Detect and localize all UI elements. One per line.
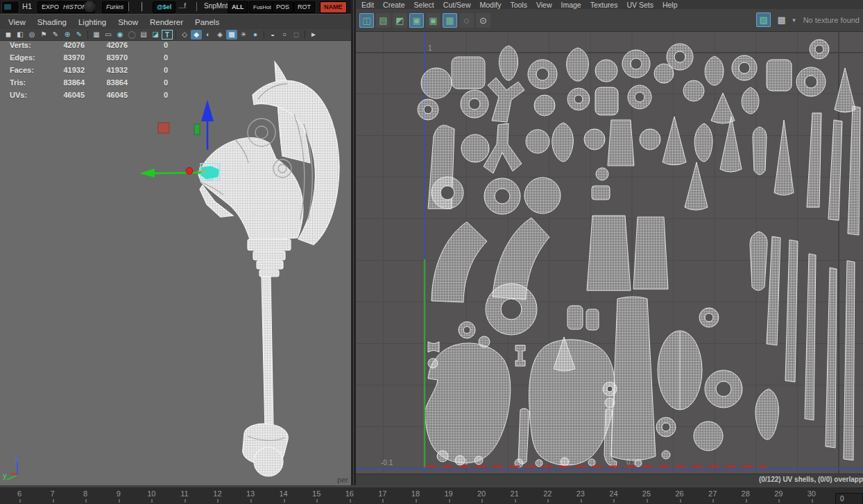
frame-tick[interactable]: 13 [237,489,264,498]
frame-tick[interactable]: 22 [533,489,561,498]
brush-icon[interactable]: ✎ [74,30,85,40]
uv-menu-edit[interactable]: Edit [361,1,374,9]
menu-renderer[interactable]: Renderer [150,18,183,26]
menu-shading[interactable]: Shading [37,18,67,26]
pencil-icon[interactable]: ✎ [50,30,61,40]
frame-tick[interactable]: 21 [501,489,529,498]
frame-tick[interactable]: 23 [567,489,595,498]
current-frame-field[interactable]: 0 [835,493,863,504]
camera-lock-icon[interactable]: ◧ [15,30,26,40]
uv-menu-select[interactable]: Select [414,1,434,9]
uv-menu-create[interactable]: Create [383,1,405,9]
textured-icon[interactable]: ◐ [203,30,214,40]
shelf-item-h1[interactable]: H1 [22,2,32,10]
shadows-icon[interactable]: ● [250,30,261,40]
frame-tick[interactable]: 6 [6,489,33,498]
frame-tick[interactable]: 29 [764,489,792,498]
menu-panels[interactable]: Panels [195,18,219,26]
menu-view[interactable]: View [8,18,26,26]
shelf-tab-icon[interactable] [1,1,19,14]
shelf-button-rot[interactable]: ROT [293,1,315,13]
gate-mask-icon[interactable]: ◯ [126,30,137,40]
viewport-canvas[interactable]: Verts: 42076 42076 0 Edges: 83970 83970 … [0,41,351,486]
menu-show[interactable]: Show [118,18,138,26]
uv-distortion-icon[interactable]: ◩ [393,13,407,28]
uv-image-display-icon[interactable]: ▨ [756,12,771,27]
frame-tick[interactable]: 7 [39,489,67,498]
uv-checker-icon[interactable]: ▩ [774,12,789,27]
uv-menu-image[interactable]: Image [561,1,581,9]
uv-border-display-icon[interactable]: ▣ [409,13,424,28]
shelf-item-snpmnt[interactable]: SnpMnt [204,2,228,10]
shelf-button-furies[interactable]: Furies [102,1,128,13]
manip-y-arrowhead[interactable] [201,100,214,121]
manip-x-arrowhead[interactable] [139,168,155,177]
frame-tick[interactable]: 24 [599,489,627,498]
uv-menu-tools[interactable]: Tools [510,1,527,9]
uv-menu-textures[interactable]: Textures [590,1,618,9]
shelf-button-name[interactable]: NAME [320,1,347,13]
frame-tick[interactable]: 16 [336,489,364,498]
wireframe-icon[interactable]: ◇ [179,30,190,40]
camera-attributes-icon[interactable]: ◎ [26,30,37,40]
smooth-shade-icon[interactable]: ◆ [191,30,202,40]
uv-menu-uvsets[interactable]: UV Sets [626,1,653,9]
time-slider[interactable]: 6 7 8 9 10 11 12 13 14 15 16 17 18 19 20… [0,485,863,504]
bookmark-icon[interactable]: ⚑ [38,30,49,40]
manip-x-axis[interactable] [154,173,201,173]
move-manipulator[interactable] [139,100,221,180]
texture-placement-icon[interactable]: T [162,30,173,40]
shelf-button-sel[interactable]: @$el [153,1,176,13]
frame-tick[interactable]: 26 [666,489,694,498]
frame-tick[interactable]: 15 [302,489,330,498]
chevron-down-icon[interactable]: ▾ [792,17,796,24]
checkered-icon[interactable]: ▩ [226,30,237,40]
motion-blur-icon[interactable]: ○ [279,30,290,40]
resolution-gate-icon[interactable]: ◉ [114,30,126,40]
panel-splitter[interactable] [351,0,356,485]
frame-tick[interactable]: 27 [699,489,726,498]
frame-tick[interactable]: 25 [633,489,660,498]
menu-lighting[interactable]: Lighting [78,18,106,26]
camera-icon[interactable]: ◼ [3,30,14,40]
uv-menu-view[interactable]: View [536,1,552,9]
uv-tile-view-icon[interactable]: ◫ [359,13,374,28]
shelf-item-dotf[interactable]: ...f [178,2,186,10]
uv-menu-modify[interactable]: Modify [479,1,501,9]
uv-menu-cutsew[interactable]: Cut/Sew [443,1,471,9]
frame-tick[interactable]: 30 [798,489,826,498]
hud-row: Edges: 83970 83970 0 [0,53,180,66]
frame-tick[interactable]: 19 [435,489,463,498]
frame-tick[interactable]: 8 [71,489,99,498]
film-gate-icon[interactable]: ▭ [103,30,114,40]
select-region-icon[interactable]: ⊕ [62,30,73,40]
shelf-button-circle[interactable] [80,0,99,13]
shelf-button-all[interactable]: ALL [228,1,248,13]
uv-canvas[interactable]: 1 -0.1 0.1 0.5 [356,32,863,473]
frame-tick[interactable]: 12 [203,489,231,498]
field-chart-icon[interactable]: ▤ [138,30,149,40]
grid-icon[interactable]: ▦ [91,30,102,40]
manip-center[interactable] [186,168,193,175]
frame-tick[interactable]: 14 [270,489,298,498]
frame-tick[interactable]: 9 [105,489,133,498]
uv-dim-image-icon[interactable]: ◌ [459,13,474,28]
marquee-select-icon[interactable]: ► [308,30,319,40]
frame-tick[interactable]: 10 [137,489,165,498]
ambient-occlusion-icon[interactable]: ◒ [267,30,278,40]
uv-grid-display-icon[interactable]: ▦ [443,13,457,28]
uv-snapshot-icon[interactable]: ⊙ [476,13,490,28]
lights-icon[interactable]: ☀ [238,30,249,40]
frame-tick[interactable]: 18 [402,489,429,498]
uv-shell-border-icon[interactable]: ▣ [426,13,441,28]
isolate-select-icon[interactable]: ◻ [291,30,302,40]
frame-tick[interactable]: 17 [368,489,396,498]
frame-tick[interactable]: 20 [468,489,495,498]
frame-tick[interactable]: 11 [171,489,198,498]
frame-tick[interactable]: 28 [732,489,760,498]
wireframe-on-shaded-icon[interactable]: ◈ [214,30,225,40]
ab-compare-icon[interactable]: ◪ [150,30,161,40]
uv-layout-icon[interactable]: ▤ [376,13,391,28]
uv-menu-help[interactable]: Help [663,1,678,9]
shelf-button-pos[interactable]: POS [272,1,293,13]
